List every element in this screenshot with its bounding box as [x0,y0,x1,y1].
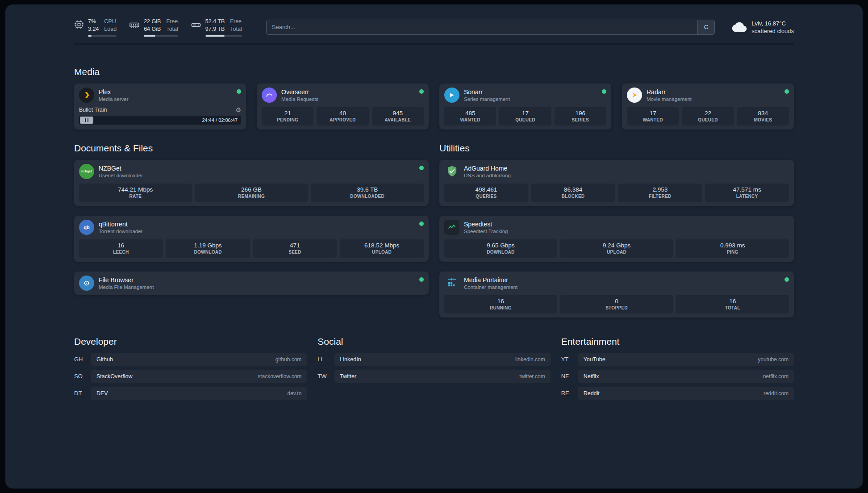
section-media: Media Plex Media server Bullet Train [74,67,794,130]
memory-progress-bar [144,35,178,37]
service-card-sonarr[interactable]: Sonarr Series management 485 WANTED 17 Q… [439,84,611,130]
service-subtitle: DNS and adblocking [464,173,789,178]
bookmark-abbr: TW [317,373,334,380]
bookmark-name: YouTube [584,356,605,363]
stat-total: 16 TOTAL [676,295,789,313]
cpu-resource-widget: 7% 3.24 CPU Load [74,18,117,37]
service-title: Media Portainer [464,276,785,284]
status-dot [419,89,424,94]
search-provider-button[interactable]: G [697,20,714,34]
disk-total-value: 97.9 TB [205,25,225,33]
bookmark-name: Reddit [584,390,600,397]
bookmark-name: Twitter [340,373,356,380]
nzbget-icon: nzbget [79,164,94,179]
status-dot [419,277,424,282]
service-card-adguard[interactable]: AdGuard Home DNS and adblocking 498,461 … [439,160,794,206]
stat-filtered: 2,953 FILTERED [618,184,702,202]
stat-queries: 498,461 QUERIES [444,184,528,202]
bookmark-abbr: GH [74,356,91,363]
weather-condition: scattered clouds [751,28,794,34]
bookmark-name: Github [96,356,113,363]
bookmark-domain: youtube.com [758,356,789,363]
bookmark-dev[interactable]: DT DEV dev.to [74,387,307,400]
section-documents: Documents & Files nzbget NZBGet Usenet d… [74,143,429,295]
bookmark-group-entertainment: Entertainment YT YouTube youtube.com NF … [561,336,794,404]
memory-free-label: Free [166,18,178,25]
section-title-entertainment: Entertainment [561,336,794,347]
service-card-radarr[interactable]: Radarr Movie management 17 WANTED 22 QUE… [622,84,794,130]
cpu-load-label: Load [104,25,117,33]
service-title: Radarr [647,88,785,96]
bookmark-linkedin[interactable]: LI LinkedIn linkedin.com [317,353,550,366]
stat-upload: 618.52 Mbps UPLOAD [340,239,424,258]
bookmark-netflix[interactable]: NF Netflix netflix.com [561,370,794,383]
stat-stopped: 0 STOPPED [560,295,673,313]
service-card-qbittorrent[interactable]: qb qBittorrent Torrent downloader 16 LEE… [74,216,429,262]
stat-pending: 21 PENDING [262,107,313,125]
topbar-divider [74,44,794,44]
bookmark-abbr: SO [74,373,91,380]
memory-icon [129,20,140,30]
portainer-icon [444,276,459,291]
bookmark-domain: stackoverflow.com [258,373,301,380]
service-card-nzbget[interactable]: nzbget NZBGet Usenet downloader 744.21 M… [74,160,429,206]
bookmark-twitter[interactable]: TW Twitter twitter.com [317,370,550,383]
cpu-usage-label: CPU [104,18,117,25]
bookmark-domain: linkedin.com [515,356,545,363]
dashboard-page: 7% 3.24 CPU Load [5,4,863,489]
service-card-overseerr[interactable]: Overseerr Media Requests 21 PENDING 40 A… [257,84,429,130]
bookmark-name: DEV [96,390,108,397]
bookmark-youtube[interactable]: YT YouTube youtube.com [561,353,794,366]
stat-series: 196 SERIES [555,107,606,125]
radarr-icon [627,88,642,103]
stat-approved: 40 APPROVED [317,107,368,125]
disk-icon [191,20,201,30]
service-title: File Browser [99,276,419,284]
disk-resource-widget: 52.4 TB 97.9 TB Free Total [191,18,242,37]
service-subtitle: Media Requests [281,96,419,102]
stat-rate: 744.21 Mbps RATE [79,184,192,202]
bookmark-github[interactable]: GH Github github.com [74,353,307,366]
disk-progress-bar [205,35,242,37]
stat-latency: 47.571 ms LATENCY [705,184,789,202]
stat-queued: 22 QUEUED [682,107,734,125]
stat-available: 945 AVAILABLE [372,107,424,125]
bookmark-abbr: RE [561,390,578,397]
playback-progress-bar[interactable]: 24:44 / 02:06:47 [79,116,241,125]
stat-ping: 0.993 ms PING [676,239,789,258]
bookmark-name: LinkedIn [340,356,361,363]
stat-downloaded: 39.6 TB DOWNLOADED [311,184,424,202]
screen: 7% 3.24 CPU Load [0,0,868,493]
playback-time: 24:44 / 02:06:47 [202,117,238,123]
status-dot [785,277,789,282]
bookmark-reddit[interactable]: RE Reddit reddit.com [561,387,794,400]
pause-button[interactable] [80,117,93,124]
stat-download: 1.19 Gbps DOWNLOAD [166,239,250,258]
weather-widget[interactable]: Lviv, 16.87°C scattered clouds [732,20,794,34]
service-card-filebrowser[interactable]: File Browser Media File Management [74,272,429,295]
speedtest-icon [444,220,459,235]
bookmark-domain: dev.to [288,390,302,397]
sonarr-icon [444,88,459,103]
bookmark-group-social: Social LI LinkedIn linkedin.com TW Twitt… [317,336,550,387]
cpu-load-value: 3.24 [88,25,99,33]
status-dot [785,89,789,94]
search-input[interactable] [266,20,715,35]
bookmark-domain: netflix.com [763,373,789,380]
service-subtitle: Media File Management [99,284,419,290]
service-title: Speedtest [464,221,789,228]
service-card-portainer[interactable]: Media Portainer Container management 16 … [439,272,794,318]
service-subtitle: Torrent downloader [99,229,419,234]
gear-icon[interactable]: ⚙ [235,107,241,113]
filebrowser-icon [79,276,94,291]
service-card-plex[interactable]: Plex Media server Bullet Train ⚙ 24:44 /… [74,84,246,130]
memory-resource-widget: 22 GiB 64 GiB Free Total [129,18,178,37]
bookmark-stackoverflow[interactable]: SO StackOverflow stackoverflow.com [74,370,307,383]
bookmark-abbr: DT [74,390,91,397]
plex-icon [79,88,94,103]
service-card-speedtest[interactable]: Speedtest Speedtest Tracking 9.65 Gbps D… [439,216,794,262]
cpu-progress-bar [88,35,117,37]
status-dot [602,89,606,94]
bookmark-group-developer: Developer GH Github github.com SO StackO… [74,336,307,404]
stat-queued: 17 QUEUED [499,107,551,125]
